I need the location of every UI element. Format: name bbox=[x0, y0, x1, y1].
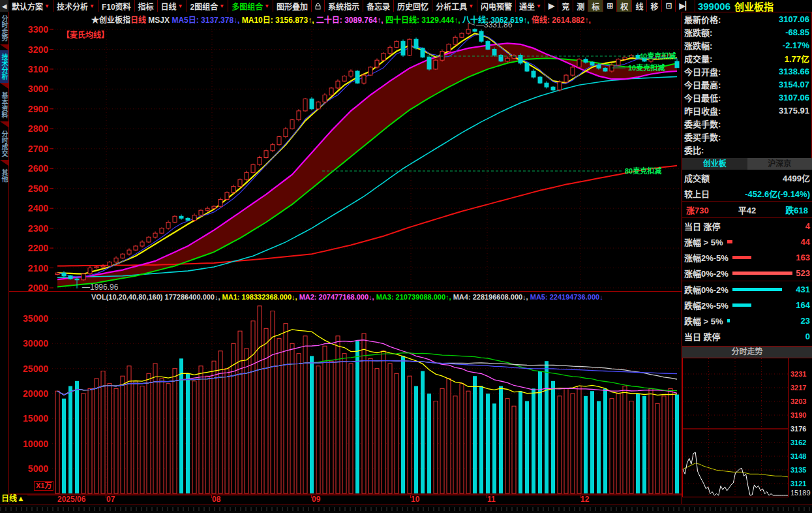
ma20-line bbox=[57, 43, 677, 279]
sidebar-separator bbox=[0, 83, 8, 89]
quote-row-label: 今日开盘: bbox=[684, 65, 721, 78]
toolbar-button[interactable]: 2图组合▼ bbox=[187, 0, 229, 12]
header-segment: 倍线: 2614.882↑, bbox=[532, 16, 591, 25]
quote-row: 委买手数: bbox=[682, 130, 811, 143]
date-axis-label: 08 bbox=[212, 495, 220, 504]
intraday-mini-chart[interactable]: 3231321732033190317631623148313531211518… bbox=[682, 358, 812, 499]
dropdown-arrow-icon: ▼ bbox=[536, 3, 541, 9]
sidebar-tab-other[interactable]: 其他 bbox=[0, 166, 8, 185]
intraday-axis-label: 3190 bbox=[790, 411, 806, 419]
stat-row: 当日 涨停4 bbox=[682, 217, 812, 234]
toolbar-button[interactable]: 备忘录 bbox=[363, 0, 394, 12]
price-axis-label: 2300 bbox=[28, 223, 48, 234]
header-segment: MA10日: 3156.873↑, bbox=[242, 16, 316, 25]
sidebar-separator bbox=[0, 44, 8, 50]
toolbar-button[interactable]: 标 bbox=[588, 0, 603, 12]
toolbar-button[interactable]: F10资料 bbox=[98, 0, 135, 12]
toolbar-button[interactable]: 日线▼ bbox=[158, 0, 187, 12]
price-axis-label: 3200 bbox=[28, 44, 48, 55]
indicator-label: 【麦氏均线】 bbox=[62, 29, 109, 40]
toolbar-button[interactable]: ▶ bbox=[545, 0, 558, 12]
stat-row: 跌幅0%-2%431 bbox=[682, 281, 812, 297]
toolbar-button[interactable]: 历史回忆 bbox=[394, 0, 432, 12]
main-chart[interactable]: 3300320031003000290028002700260025002400… bbox=[9, 12, 682, 291]
stat-row-bar bbox=[732, 272, 792, 275]
intraday-axis-label: 3203 bbox=[790, 397, 806, 405]
stat-row: 涨幅 > 5%44 bbox=[682, 234, 812, 249]
period-selector[interactable]: 日线▲ bbox=[1, 495, 27, 503]
vs-prev-row: 较上日-452.6亿(-9.14%) bbox=[682, 185, 812, 201]
price-axis-label: 2200 bbox=[28, 243, 48, 253]
left-sidebar: 分时走势技术分析基本资料分时成交其他 bbox=[0, 12, 9, 513]
quote-row-label: 涨跌额: bbox=[684, 26, 712, 39]
volume-chart[interactable]: 3500030000250002000015000100005000 bbox=[9, 291, 682, 495]
toolbar-button[interactable]: 默认方案▼ bbox=[8, 0, 53, 12]
volume-unit-label: X1万 bbox=[34, 481, 53, 491]
toolbar-button[interactable]: 技术分析▼ bbox=[53, 0, 98, 12]
quote-row-value: -68.85 bbox=[785, 27, 809, 37]
toolbar-button-label: 图形叠加 bbox=[277, 1, 308, 12]
toolbar-button[interactable]: ▶▏ bbox=[676, 0, 695, 12]
sidebar-tab-technical[interactable]: 技术分析 bbox=[0, 50, 8, 83]
toolbar-button[interactable]: ⊞ bbox=[603, 0, 617, 12]
quote-row: 委卖手数: bbox=[682, 117, 811, 130]
toolbar-button[interactable]: 测 bbox=[573, 0, 588, 12]
ma40-line bbox=[57, 58, 677, 287]
stat-row-value: 0 bbox=[805, 332, 810, 341]
header-segment: 八十线: 3062.619↑, bbox=[462, 16, 532, 25]
date-axis-label: 2025/06 bbox=[57, 495, 85, 504]
header-segment: MA3: 210739088.000↑, bbox=[376, 293, 453, 301]
toolbar-button[interactable]: ⊡ bbox=[662, 0, 676, 12]
quote-row: 委比: bbox=[682, 143, 811, 156]
quote-row-label: 涨跌幅: bbox=[684, 39, 712, 52]
toolbar-button[interactable]: 权 bbox=[617, 0, 632, 12]
toolbar-button[interactable]: 移 bbox=[647, 0, 662, 12]
toolbar-button[interactable]: 通坐▼ bbox=[516, 0, 545, 12]
stat-row-value: 23 bbox=[801, 316, 810, 326]
intraday-axis-label: 3176 bbox=[790, 425, 806, 433]
toolbar-button-label: 多图组合 bbox=[232, 1, 263, 12]
date-axis-label: 07 bbox=[106, 495, 115, 504]
sidebar-tab-fundamentals[interactable]: 基本资料 bbox=[0, 89, 8, 121]
sidebar-tab-intraday[interactable]: 分时走势 bbox=[0, 12, 8, 44]
quote-row-label: 今日最高: bbox=[684, 78, 721, 91]
toolbar-button[interactable]: 分析工具▼ bbox=[432, 0, 477, 12]
toolbar-button[interactable] bbox=[312, 0, 325, 12]
deduction-label: 40麦克扣减 bbox=[639, 52, 676, 60]
price-axis-label: 3000 bbox=[28, 84, 48, 94]
toolbar-button-label: 闪电预警 bbox=[481, 1, 512, 12]
volume-header: VOL(10,20,40,80,160) 177286400.000↓, MA1… bbox=[91, 293, 603, 301]
price-axis-label: 3300 bbox=[28, 24, 48, 35]
toolbar-button-label: 分析工具 bbox=[436, 1, 467, 12]
quote-row-label: 委比: bbox=[684, 144, 704, 156]
dropdown-arrow-icon: ▼ bbox=[44, 3, 50, 9]
sidebar-tab-tick-trades[interactable]: 分时成交 bbox=[0, 127, 8, 160]
date-axis-label: 12 bbox=[580, 495, 589, 504]
stat-row-label: 涨幅2%-5% bbox=[684, 251, 729, 264]
dropdown-arrow-icon: ▼ bbox=[264, 3, 269, 9]
header-segment: VOL(10,20,40,80,160) bbox=[91, 293, 165, 301]
toolbar-button[interactable]: 多图组合▼ bbox=[228, 0, 273, 12]
lock-icon bbox=[315, 3, 321, 10]
tab-chinext[interactable]: 创业板 bbox=[682, 158, 747, 170]
toolbar-button[interactable]: 竞 bbox=[558, 0, 573, 12]
quote-row: 涨跌幅:-2.17% bbox=[682, 39, 811, 52]
back-arrow-icon[interactable]: ◀ bbox=[0, 0, 8, 12]
volume-axis-label: 10000 bbox=[23, 439, 48, 449]
toolbar-button-label: 历史回忆 bbox=[397, 1, 429, 12]
toolbar-button[interactable]: 指标 bbox=[135, 0, 158, 12]
tab-hushenjing[interactable]: 沪深京 bbox=[747, 158, 812, 170]
toolbar-button[interactable]: 系统指示 bbox=[325, 0, 363, 12]
toolbar-button-label: 线 bbox=[635, 1, 643, 12]
volume-axis-label: 35000 bbox=[23, 313, 48, 324]
quote-row: 今日开盘:3138.66 bbox=[682, 65, 811, 78]
toolbar-button[interactable]: 线 bbox=[632, 0, 647, 12]
volume-axis-label: 20000 bbox=[23, 388, 48, 399]
toolbar-button-label: ⊞ bbox=[607, 1, 613, 10]
toolbar-button[interactable]: 图形叠加 bbox=[273, 0, 312, 12]
stat-row-value: 163 bbox=[796, 253, 810, 262]
toolbar-button[interactable]: 闪电预警 bbox=[477, 0, 516, 12]
toolbar-items: 默认方案▼技术分析▼F10资料指标日线▼2图组合▼多图组合▼图形叠加系统指示备忘… bbox=[8, 0, 695, 12]
header-segment: MA5日: 3137.378↓, bbox=[172, 16, 241, 25]
header-segment: 177286400.000↓, bbox=[165, 293, 222, 301]
